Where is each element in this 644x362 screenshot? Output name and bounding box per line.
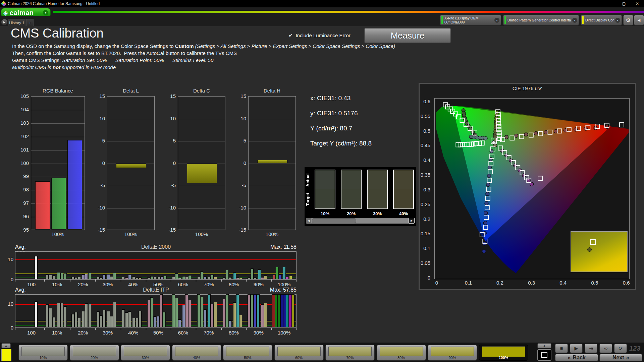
chevron-down-icon[interactable]: ▼ [572, 18, 577, 23]
patch-button-30%[interactable]: 30% [121, 345, 170, 361]
x-axis-tick [297, 328, 297, 330]
pattern-window-square [541, 352, 547, 358]
scroll-thumb[interactable] [312, 218, 356, 223]
x-axis-group-label: 40% [128, 282, 138, 287]
tab-scroll-button[interactable]: ▶ [1, 19, 8, 25]
bottom-patch-strip: ▲10%20%30%40%50%60%70%80%90%100%▲■▶⇥∞⟳12… [0, 343, 644, 362]
pattern-window-button[interactable] [537, 349, 551, 361]
patch-label: 40% [172, 356, 221, 360]
delta-e-bar [153, 277, 156, 279]
chevron-down-icon[interactable]: ▼ [615, 18, 620, 23]
delta-e-bar [208, 294, 211, 327]
cie-chart-panel: CIE 1976 u'v' 00.050.10.150.20.250.30.35… [419, 83, 636, 290]
scroll-right-icon[interactable]: ▶ [409, 218, 415, 224]
delta-e-bar [147, 300, 150, 327]
patch-button-70%[interactable]: 70% [325, 345, 375, 361]
delta-e-bar [88, 273, 91, 279]
cie-y-tick-label: 0 [428, 275, 430, 281]
patch-button-50%[interactable]: 50% [223, 345, 272, 361]
x-axis-group-label: 60% [178, 282, 188, 287]
refresh-button[interactable]: ⟳ [614, 344, 627, 353]
delta-e-bar [60, 303, 63, 327]
x-axis-tick [271, 328, 272, 330]
close-button[interactable]: ✕ [631, 0, 644, 7]
y-axis-tick-label: 15 [94, 93, 105, 99]
cie-x-tick-label: 0.6 [621, 280, 632, 286]
collapse-panel-button[interactable]: ◀ [634, 15, 644, 25]
maximize-button[interactable]: ▢ [617, 0, 631, 7]
scroll-left-icon[interactable]: ◀ [306, 218, 311, 223]
delta-e-bar [214, 277, 217, 279]
patch-button-20%[interactable]: 20% [70, 345, 119, 361]
measured-point [524, 133, 528, 136]
scroll-up-button[interactable]: ▲ [537, 343, 551, 348]
swatch-actual [341, 170, 361, 189]
settings-button[interactable]: ⚙ [623, 15, 633, 25]
patch-color [21, 347, 65, 356]
include-luminance-row[interactable]: ✔ Include Luminance Error [288, 32, 351, 39]
next-button[interactable]: Next» [599, 354, 642, 361]
patch-color [175, 347, 218, 356]
delta-e-bar [204, 309, 207, 327]
loop-button[interactable]: ∞ [599, 344, 612, 353]
title-bar: Calman 2026 Calman Home for Samsung - Un… [0, 0, 644, 7]
single-pass-button[interactable]: ⇥ [585, 344, 597, 353]
measured-point [487, 174, 491, 178]
measure-button[interactable]: Measure [364, 28, 451, 43]
delta-e-bar [261, 277, 264, 279]
minimize-button[interactable]: – [604, 0, 617, 7]
checkmark-icon[interactable]: ✔ [288, 32, 293, 39]
delta-e-bar [226, 294, 229, 327]
play-button[interactable]: ▶ [570, 344, 583, 353]
x-axis-group-label: 50% [153, 282, 163, 287]
scroll-up-button[interactable]: ▲ [1, 343, 11, 348]
x-axis-tick [271, 280, 272, 282]
chart-title: Delta C [171, 88, 232, 94]
measured-point [534, 131, 538, 135]
measured-point [483, 221, 487, 225]
delta-e-bar [110, 316, 113, 327]
delta-e-bar [172, 277, 175, 279]
patch-button-80%[interactable]: 80% [377, 345, 426, 361]
patch-label: 60% [275, 356, 323, 360]
gridline [178, 186, 225, 186]
swatch-label: 40% [392, 211, 415, 216]
delta-e-bar [261, 304, 264, 327]
delta-e-bar [153, 316, 156, 327]
swatch-actual [394, 170, 413, 189]
measured-point [515, 134, 518, 137]
patch-color [380, 347, 423, 356]
patch-button-60%[interactable]: 60% [274, 345, 324, 361]
y-axis-tick-label: 15 [235, 93, 246, 99]
chart-plot [107, 96, 155, 230]
x-axis-label: 100% [178, 231, 225, 237]
measured-point [489, 157, 492, 161]
stop-button[interactable]: ■ [555, 344, 568, 353]
tab-add-button[interactable]: + [26, 19, 34, 26]
display-control-dropdown[interactable]: Direct Display Control ▼ [581, 15, 622, 25]
patch-button-10%[interactable]: 10% [18, 345, 68, 361]
back-button[interactable]: «Back [555, 354, 598, 361]
x-axis-tick [15, 280, 15, 282]
delta-e-bar [122, 277, 125, 279]
swatch-scrollbar[interactable]: ◀▶ [306, 218, 415, 224]
y-axis-tick-label: -15 [235, 227, 246, 233]
delta-e-bar [254, 278, 257, 279]
delta-e-bar [97, 311, 100, 327]
readout-x: x: CIE31: 0.43 [310, 95, 351, 102]
readout-y: y: CIE31: 0.5176 [310, 110, 358, 117]
patch-button-40%[interactable]: 40% [172, 345, 221, 361]
meter-dropdown[interactable]: X-Rite i1Display OEM 86" QNED99 ▼ [440, 15, 501, 25]
patch-button-100%[interactable]: 100% [479, 345, 528, 361]
delta-e-bar [289, 276, 292, 279]
x-axis-tick [246, 328, 247, 330]
patch-button-90%[interactable]: 90% [428, 345, 477, 361]
chevron-down-icon[interactable]: ▼ [494, 18, 499, 23]
chevron-down-icon[interactable]: ▼ [43, 10, 48, 15]
measured-point [554, 129, 557, 133]
chart-plot [248, 96, 296, 230]
next-label: Next [612, 355, 624, 361]
pattern-generator-dropdown[interactable]: Unified Pattern Generator Control Interf… [503, 15, 579, 25]
tab-history-1[interactable]: History 1 [8, 19, 25, 26]
x-axis-group-label: 80% [229, 330, 239, 336]
